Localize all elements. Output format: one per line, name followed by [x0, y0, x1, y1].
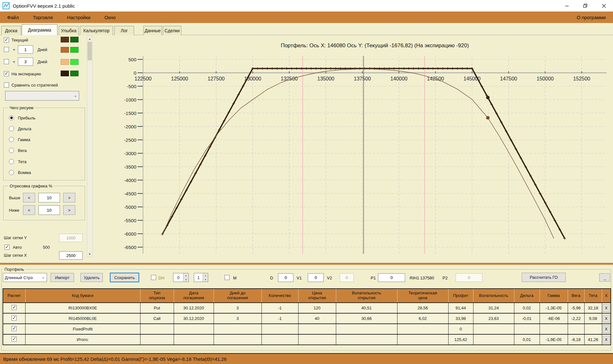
row-delete-button[interactable]: X	[603, 325, 610, 333]
v1-input[interactable]	[308, 273, 324, 282]
radio-delta[interactable]	[9, 126, 14, 131]
scroll-down-icon[interactable]: ▼	[87, 251, 92, 257]
table-cell-open_price[interactable]: 40	[298, 313, 336, 324]
dh-checkbox[interactable]: ✓	[151, 275, 156, 280]
below-decrease-button[interactable]: <	[23, 205, 35, 215]
table-cell-theo[interactable]: 28,56	[397, 303, 448, 313]
plus3-checkbox[interactable]: ✓	[4, 59, 9, 64]
current-swatch-2[interactable]	[70, 37, 79, 42]
plus3-swatch-2[interactable]	[70, 59, 79, 65]
column-header[interactable]: Тип опциона	[140, 289, 174, 303]
strategy-compare-select[interactable]: ⌄	[5, 91, 79, 101]
radio-gamma[interactable]	[9, 137, 14, 142]
tab-diagram[interactable]: Диаграмма	[22, 24, 57, 35]
row-calc-checkbox[interactable]: ✓	[11, 305, 17, 310]
table-cell-gamma[interactable]: -6E-06	[540, 313, 568, 324]
dh-spinner-2[interactable]: 1 ▲▼	[194, 273, 208, 282]
above-percent-input[interactable]	[38, 193, 60, 202]
column-header[interactable]: Дельта	[514, 289, 540, 303]
p2-input[interactable]	[456, 273, 482, 282]
tab-data[interactable]: Данные	[143, 26, 162, 35]
delete-button[interactable]: Удалить	[80, 273, 103, 282]
radio-vega[interactable]	[9, 148, 14, 153]
table-cell-code[interactable]: FixedProfit	[25, 324, 140, 334]
restore-button[interactable]	[576, 0, 594, 11]
row-delete-button[interactable]: X	[603, 304, 610, 312]
grid-step-x-input[interactable]	[59, 251, 83, 260]
table-cell-code[interactable]: Итого:	[25, 334, 140, 345]
table-cell-theo[interactable]	[397, 334, 448, 345]
table-cell-qty[interactable]	[261, 334, 298, 345]
column-header[interactable]: Теоретическая цена	[397, 289, 448, 303]
tab-board[interactable]: Доска	[1, 26, 21, 35]
column-header[interactable]: Гамма	[540, 289, 568, 303]
compare-checkbox[interactable]: ✓	[4, 82, 9, 87]
menu-about[interactable]: О программе	[574, 11, 609, 23]
column-header[interactable]: Цена открытия	[298, 289, 336, 303]
m-checkbox[interactable]: ✓	[224, 275, 230, 280]
table-cell-open_vol[interactable]: 40,51	[336, 303, 397, 313]
below-increase-button[interactable]: >	[63, 205, 75, 215]
panel-minimize-button[interactable]: _	[599, 273, 610, 282]
pnl-chart[interactable]: 5000-500-1000-1500-2000-2500-3000-3500-4…	[96, 30, 611, 262]
tab-calculator[interactable]: Калькулятор	[80, 26, 113, 35]
sidebar-scrollbar[interactable]: ▲ ▼	[87, 36, 93, 257]
table-cell-vega[interactable]: -2,22	[568, 313, 584, 324]
row-calc-checkbox[interactable]: ✓	[11, 315, 17, 321]
table-cell-open_price[interactable]: 120	[298, 303, 336, 313]
table-cell-date[interactable]	[174, 334, 214, 345]
minimize-button[interactable]	[557, 0, 576, 11]
scrollbar-thumb[interactable]	[87, 42, 92, 60]
table-cell-open_price[interactable]	[298, 334, 336, 345]
table-cell-profit[interactable]: 125,42	[448, 334, 473, 345]
column-header[interactable]: Расчет	[3, 289, 25, 303]
grid-step-y-input[interactable]	[59, 234, 83, 242]
column-header[interactable]: Волатильность открытия	[336, 289, 397, 303]
close-button[interactable]	[594, 0, 613, 11]
table-cell-gamma[interactable]: -1,9E-05	[540, 334, 568, 345]
table-cell-profit[interactable]: 33,98	[448, 313, 473, 324]
table-cell-theo[interactable]: 6,02	[397, 313, 448, 324]
table-cell-theo[interactable]	[397, 324, 448, 334]
tab-smile[interactable]: Улыбка	[59, 26, 79, 35]
table-cell-delta[interactable]	[514, 324, 540, 334]
table-cell-vol[interactable]	[473, 334, 514, 345]
table-cell-profit[interactable]: 0	[448, 324, 473, 334]
above-decrease-button[interactable]: <	[23, 193, 35, 202]
table-cell-theta[interactable]: 32,18	[584, 303, 602, 313]
scroll-up-icon[interactable]: ▲	[87, 36, 92, 42]
table-cell-type[interactable]	[140, 334, 174, 345]
table-cell-open_vol[interactable]	[336, 334, 397, 345]
spin-down-icon[interactable]: ▼	[203, 277, 208, 282]
table-cell-days[interactable]: 3	[214, 303, 261, 313]
plus1-checkbox[interactable]: ✓	[4, 47, 9, 52]
table-cell-type[interactable]	[140, 324, 174, 334]
table-cell-vol[interactable]: 31,24	[473, 303, 514, 313]
table-cell-gamma[interactable]	[540, 324, 568, 334]
menu-trade[interactable]: Торговля	[26, 11, 60, 23]
column-header[interactable]: X	[602, 289, 611, 303]
v2-input[interactable]	[340, 273, 354, 282]
plus1-swatch-2[interactable]	[70, 47, 79, 53]
table-cell-date[interactable]	[174, 324, 214, 334]
column-header[interactable]: Количество	[261, 289, 298, 303]
table-cell-days[interactable]	[214, 334, 261, 345]
table-cell-date[interactable]: 30.12.2020	[174, 303, 214, 313]
table-cell-type[interactable]: Put	[140, 303, 174, 313]
column-header[interactable]: Дней до погашения	[214, 289, 261, 303]
table-cell-date[interactable]: 30.12.2020	[174, 313, 214, 324]
column-header[interactable]: Тета	[584, 289, 602, 303]
plus1-days-input[interactable]	[18, 45, 33, 54]
table-cell-delta[interactable]: -0,01	[514, 313, 540, 324]
table-cell-code[interactable]: RI130000BX0E	[25, 303, 140, 313]
expiry-checkbox[interactable]: ✓	[4, 71, 9, 76]
table-cell-days[interactable]	[214, 324, 261, 334]
table-cell-vega[interactable]: -8,18	[568, 334, 584, 345]
menu-settings[interactable]: Настройки	[60, 11, 98, 23]
spin-up-icon[interactable]: ▲	[184, 273, 188, 277]
p1-input[interactable]	[378, 273, 405, 282]
table-cell-qty[interactable]: -1	[261, 313, 298, 324]
table-cell-vol[interactable]: 23,63	[473, 313, 514, 324]
table-cell-open_price[interactable]	[298, 324, 336, 334]
column-header[interactable]: Профит	[448, 289, 473, 303]
